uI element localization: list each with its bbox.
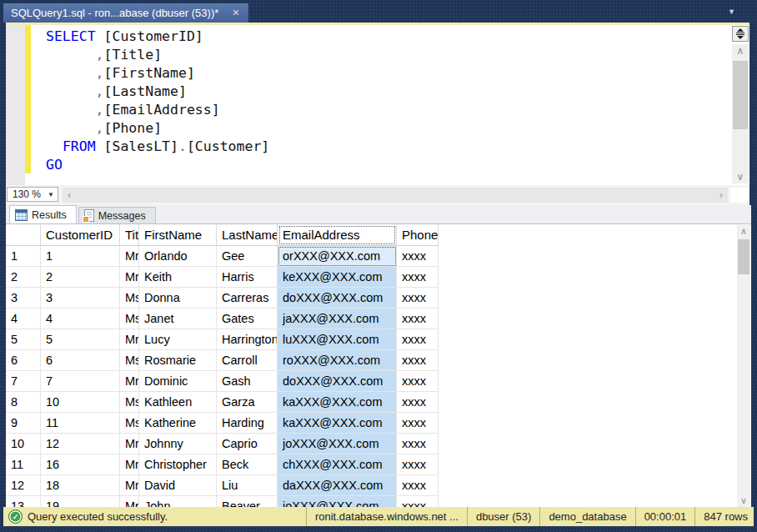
data-cell[interactable]: 6 — [41, 350, 120, 371]
data-cell[interactable]: kaXXX@XXX.com — [278, 413, 397, 434]
data-cell[interactable]: Ms. — [120, 350, 139, 371]
scroll-up-icon[interactable]: ∧ — [732, 45, 749, 57]
data-cell[interactable]: Mr. — [120, 475, 139, 496]
data-cell[interactable]: Janet — [139, 309, 217, 329]
data-cell[interactable]: Harrington — [217, 329, 278, 350]
row-number-cell[interactable]: 8 — [6, 392, 41, 413]
data-cell[interactable]: xxxx — [397, 371, 439, 392]
data-cell[interactable]: Rosmarie — [139, 350, 217, 371]
data-cell[interactable]: joXXX@XXX.com — [278, 434, 397, 454]
data-cell[interactable]: Dominic — [139, 371, 217, 392]
data-cell[interactable]: xxxx — [397, 496, 439, 507]
row-number-cell[interactable]: 13 — [6, 496, 41, 507]
data-cell[interactable]: luXXX@XXX.com — [278, 329, 397, 350]
close-icon[interactable]: ✕ — [232, 8, 239, 18]
data-cell[interactable]: 18 — [41, 475, 120, 496]
data-cell[interactable]: orXXX@XXX.com — [278, 246, 397, 267]
data-cell[interactable]: Liu — [217, 475, 278, 496]
column-header-phone[interactable]: Phone — [397, 224, 439, 246]
data-cell[interactable]: David — [139, 475, 217, 496]
data-cell[interactable]: Mr. — [120, 496, 139, 507]
data-cell[interactable]: Kathleen — [139, 392, 217, 413]
data-cell[interactable]: xxxx — [397, 475, 439, 496]
data-cell[interactable]: Lucy — [139, 329, 217, 350]
row-number-header[interactable] — [6, 224, 41, 246]
data-cell[interactable]: 10 — [41, 392, 120, 413]
data-cell[interactable]: Beck — [217, 454, 278, 475]
data-cell[interactable]: xxxx — [397, 309, 439, 329]
data-cell[interactable]: 1 — [41, 246, 120, 267]
data-cell[interactable]: Donna — [139, 288, 217, 309]
data-cell[interactable]: Gates — [217, 309, 278, 329]
sql-editor[interactable]: SELECT [CustomerID] ,[Title] ,[FirstName… — [6, 23, 749, 185]
data-cell[interactable]: Harris — [217, 267, 278, 288]
data-cell[interactable]: Gee — [217, 246, 278, 267]
column-header-customerid[interactable]: CustomerID — [41, 224, 120, 246]
row-number-cell[interactable]: 11 — [6, 454, 41, 475]
data-cell[interactable]: Garza — [217, 392, 278, 413]
data-cell[interactable]: xxxx — [397, 454, 439, 475]
data-cell[interactable]: Mr. — [120, 371, 139, 392]
scrollbar-thumb[interactable] — [738, 239, 749, 274]
editor-horizontal-scrollbar[interactable]: ‹ › — [63, 188, 728, 203]
data-cell[interactable]: joXXX@XXX.com — [278, 496, 397, 507]
row-number-cell[interactable]: 1 — [6, 246, 41, 267]
data-cell[interactable]: 3 — [41, 288, 120, 309]
data-cell[interactable]: Carreras — [217, 288, 278, 309]
scrollbar-thumb[interactable] — [733, 61, 748, 129]
data-cell[interactable]: doXXX@XXX.com — [278, 371, 397, 392]
scroll-down-icon[interactable]: ∨ — [732, 171, 749, 183]
document-tab[interactable]: SQLQuery1.sql - ron...abase (dbuser (53)… — [3, 3, 248, 23]
data-cell[interactable]: John — [139, 496, 217, 507]
data-cell[interactable]: xxxx — [397, 413, 439, 434]
data-cell[interactable]: Gash — [217, 371, 278, 392]
data-cell[interactable]: Christopher — [139, 454, 217, 475]
data-cell[interactable]: 11 — [41, 413, 120, 434]
row-number-cell[interactable]: 4 — [6, 309, 41, 329]
data-cell[interactable]: Ms. — [120, 309, 139, 329]
data-cell[interactable]: Ms. — [120, 413, 139, 434]
scroll-left-icon[interactable]: ‹ — [68, 188, 71, 203]
data-cell[interactable]: xxxx — [397, 392, 439, 413]
scroll-right-icon[interactable]: › — [719, 188, 723, 203]
tab-messages[interactable]: Messages — [78, 207, 156, 223]
data-cell[interactable]: 16 — [41, 454, 120, 475]
row-number-cell[interactable]: 12 — [6, 475, 41, 496]
data-cell[interactable]: daXXX@XXX.com — [278, 475, 397, 496]
data-cell[interactable]: 12 — [41, 434, 120, 454]
data-cell[interactable]: chXXX@XXX.com — [278, 454, 397, 475]
data-cell[interactable]: 2 — [41, 267, 120, 288]
row-number-cell[interactable]: 9 — [6, 413, 41, 434]
data-cell[interactable]: Harding — [217, 413, 278, 434]
row-number-cell[interactable]: 6 — [6, 350, 41, 371]
data-cell[interactable]: Mr. — [120, 267, 139, 288]
data-cell[interactable]: roXXX@XXX.com — [278, 350, 397, 371]
data-cell[interactable]: Keith — [139, 267, 217, 288]
row-number-cell[interactable]: 2 — [6, 267, 41, 288]
tab-results[interactable]: Results — [9, 205, 77, 223]
grid-vertical-scrollbar[interactable]: ∧ ∨ — [737, 225, 750, 507]
scroll-down-icon[interactable]: ∨ — [737, 495, 750, 506]
column-header-emailaddress[interactable]: EmailAddress — [278, 224, 397, 246]
row-number-cell[interactable]: 7 — [6, 371, 41, 392]
data-cell[interactable]: xxxx — [397, 267, 439, 288]
data-cell[interactable]: xxxx — [397, 329, 439, 350]
data-cell[interactable]: 19 — [41, 496, 120, 507]
row-number-cell[interactable]: 5 — [6, 329, 41, 350]
data-cell[interactable]: keXXX@XXX.com — [278, 267, 397, 288]
data-cell[interactable]: Johnny — [139, 434, 217, 454]
data-cell[interactable]: Ms. — [120, 392, 139, 413]
data-cell[interactable]: Katherine — [139, 413, 217, 434]
data-cell[interactable]: Caprio — [217, 434, 278, 454]
data-cell[interactable]: Mr. — [120, 434, 139, 454]
column-header-lastname[interactable]: LastName — [217, 224, 278, 246]
data-cell[interactable]: Mr. — [120, 454, 139, 475]
data-cell[interactable]: 5 — [41, 329, 120, 350]
data-cell[interactable]: 4 — [41, 309, 120, 329]
editor-vertical-scrollbar[interactable]: ∧ ∨ — [732, 44, 749, 183]
column-header-title[interactable]: Title — [120, 224, 139, 246]
tab-list-dropdown-icon[interactable]: ▼ — [728, 8, 735, 16]
data-cell[interactable]: Mr. — [120, 329, 139, 350]
data-cell[interactable]: xxxx — [397, 246, 439, 267]
scroll-up-icon[interactable]: ∧ — [737, 226, 750, 237]
